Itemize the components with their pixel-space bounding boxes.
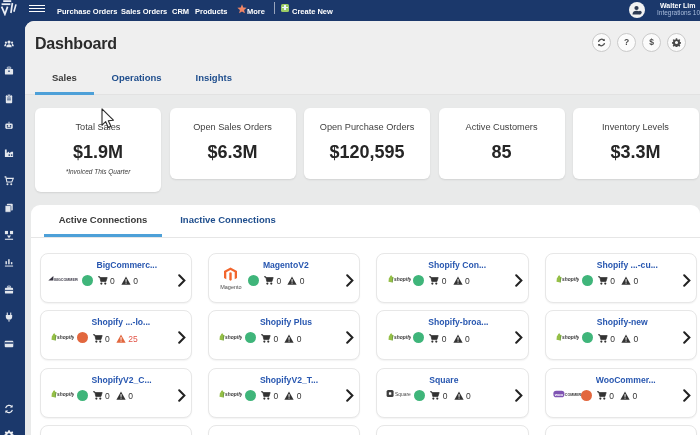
svg-text:Square: Square xyxy=(395,392,411,397)
svg-text:shopify: shopify xyxy=(562,335,579,340)
svg-text:BIGCOMMERCE: BIGCOMMERCE xyxy=(54,278,78,282)
svg-text:shopify: shopify xyxy=(394,277,411,282)
svg-text:shopify: shopify xyxy=(225,392,242,397)
svg-text:shopify: shopify xyxy=(57,392,74,397)
svg-text:shopify: shopify xyxy=(562,277,579,282)
svg-text:shopify: shopify xyxy=(57,335,74,340)
svg-text:COMMERCE: COMMERCE xyxy=(565,393,582,397)
svg-text:shopify: shopify xyxy=(394,335,411,340)
svg-text:shopify: shopify xyxy=(225,335,242,340)
svg-text:woo: woo xyxy=(554,391,564,396)
